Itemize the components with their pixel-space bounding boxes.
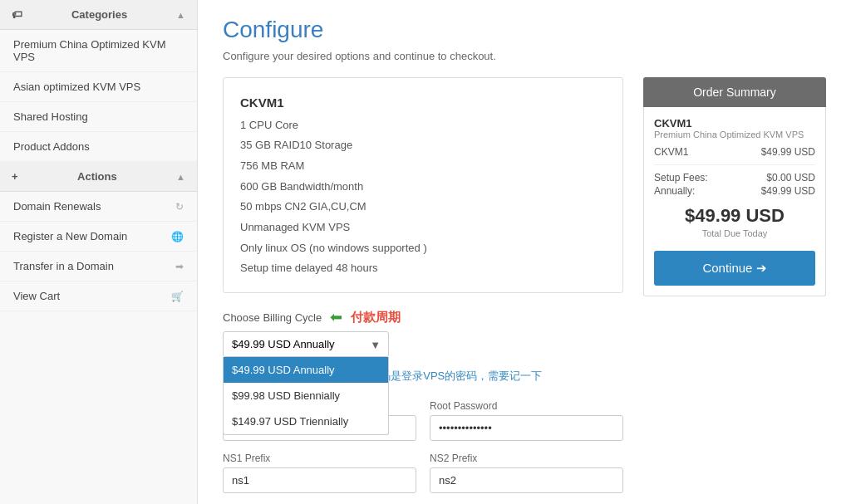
continue-button[interactable]: Continue ➔: [654, 251, 815, 286]
annually-value: $49.99 USD: [761, 185, 815, 197]
billing-section: Choose Billing Cycle ⬅ 付款周期 $49.99 USD A…: [223, 308, 623, 357]
form-group-ns2: NS2 Prefix: [430, 453, 623, 493]
cart-icon: 🛒: [171, 291, 184, 302]
dropdown-option-triennially[interactable]: $149.97 USD Triennially: [224, 409, 388, 434]
sidebar-item-shared-hosting[interactable]: Shared Hosting: [0, 102, 197, 132]
sidebar-item-transfer-domain[interactable]: Transfer in a Domain ➡: [0, 252, 197, 281]
arrow-annotation-icon: ⬅: [330, 308, 342, 326]
billing-annotation-text: 付款周期: [351, 310, 401, 325]
dropdown-option-biennially[interactable]: $99.98 USD Biennially: [224, 383, 388, 409]
order-summary-body: CKVM1 Premium China Optimized KVM VPS CK…: [643, 107, 826, 296]
actions-label: Actions: [77, 170, 117, 183]
product-setup: Setup time delayed 48 hours: [240, 258, 606, 279]
order-summary-product-name: CKVM1: [654, 117, 815, 130]
product-storage: 35 GB RAID10 Storage: [240, 135, 606, 156]
order-summary-fees: Setup Fees: $0.00 USD Annually: $49.99 U…: [654, 172, 815, 197]
ns1-input[interactable]: [223, 467, 416, 493]
product-ram: 756 MB RAM: [240, 156, 606, 177]
sidebar-item-register-domain[interactable]: Register a New Domain 🌐: [0, 222, 197, 252]
refresh-icon: ↻: [175, 201, 184, 213]
order-summary-total: $49.99 USD Total Due Today: [654, 205, 815, 239]
sidebar-item-premium-kvm[interactable]: Premium China Optimized KVM VPS: [0, 30, 197, 72]
order-summary-divider: [654, 164, 815, 165]
main-content: Configure Configure your desired options…: [198, 0, 851, 504]
categories-collapse-icon: ▲: [176, 10, 185, 20]
product-bandwidth: 600 GB Bandwidth/month: [240, 177, 606, 198]
ns1-label: NS1 Prefix: [223, 453, 416, 464]
arrow-icon: ➡: [175, 261, 184, 272]
left-content: CKVM1 1 CPU Core 35 GB RAID10 Storage 75…: [223, 77, 623, 504]
billing-cycle-label: Choose Billing Cycle: [223, 311, 322, 324]
order-summary-product-desc: Premium China Optimized KVM VPS: [654, 130, 815, 139]
order-summary-header: Order Summary: [643, 77, 826, 107]
product-type: Unmanaged KVM VPS: [240, 218, 606, 238]
setup-fees-value: $0.00 USD: [766, 172, 815, 183]
categories-label: Categories: [71, 8, 127, 21]
order-summary-panel: Order Summary CKVM1 Premium China Optimi…: [643, 77, 826, 504]
sidebar: 🏷 Categories ▲ Premium China Optimized K…: [0, 0, 198, 504]
product-os: Only linux OS (no windows supported ): [240, 238, 606, 259]
order-summary-line-ckvm: CKVM1 $49.99 USD: [654, 146, 815, 158]
content-area: CKVM1 1 CPU Core 35 GB RAID10 Storage 75…: [223, 77, 826, 504]
billing-label-row: Choose Billing Cycle ⬅ 付款周期: [223, 308, 623, 326]
categories-section-header[interactable]: 🏷 Categories ▲: [0, 0, 197, 30]
billing-dropdown-popup[interactable]: $49.99 USD Annually $99.98 USD Bienniall…: [223, 357, 389, 435]
form-row-2: NS1 Prefix NS2 Prefix: [223, 453, 623, 493]
ns2-input[interactable]: [430, 467, 623, 493]
product-name: CKVM1: [240, 91, 606, 115]
total-amount: $49.99 USD: [654, 205, 815, 227]
plus-icon: +: [12, 170, 18, 183]
ns2-label: NS2 Prefix: [430, 453, 623, 464]
sidebar-item-asian-kvm[interactable]: Asian optimized KVM VPS: [0, 72, 197, 102]
categories-icon: 🏷: [12, 8, 22, 21]
billing-dropdown-wrapper[interactable]: $49.99 USD Annually $99.98 USD Bienniall…: [223, 331, 389, 357]
page-subtitle: Configure your desired options and conti…: [223, 50, 826, 62]
annually-row: Annually: $49.99 USD: [654, 185, 815, 197]
annually-label: Annually:: [654, 185, 695, 197]
root-password-label: Root Password: [430, 400, 623, 412]
setup-fees-row: Setup Fees: $0.00 USD: [654, 172, 815, 183]
dropdown-option-annually[interactable]: $49.99 USD Annually: [224, 357, 388, 383]
sidebar-item-product-addons[interactable]: Product Addons: [0, 132, 197, 162]
page-title: Configure: [223, 17, 826, 43]
form-group-root-password: Root Password: [430, 400, 623, 441]
actions-collapse-icon: ▲: [176, 172, 185, 182]
total-due-label: Total Due Today: [702, 228, 768, 238]
order-line-price: $49.99 USD: [761, 146, 815, 158]
actions-section-header[interactable]: + Actions ▲: [0, 162, 197, 192]
setup-fees-label: Setup Fees:: [654, 172, 708, 183]
billing-cycle-select[interactable]: $49.99 USD Annually $99.98 USD Bienniall…: [223, 331, 389, 357]
product-cpu: 1 CPU Core: [240, 115, 606, 136]
globe-icon: 🌐: [171, 231, 184, 242]
product-info-box: CKVM1 1 CPU Core 35 GB RAID10 Storage 75…: [223, 77, 623, 293]
order-line-name: CKVM1: [654, 146, 688, 158]
sidebar-item-domain-renewals[interactable]: Domain Renewals ↻: [0, 192, 197, 222]
product-speed: 50 mbps CN2 GIA,CU,CM: [240, 197, 606, 218]
form-group-ns1: NS1 Prefix: [223, 453, 416, 493]
sidebar-item-view-cart[interactable]: View Cart 🛒: [0, 281, 197, 311]
root-password-input[interactable]: [430, 415, 623, 441]
